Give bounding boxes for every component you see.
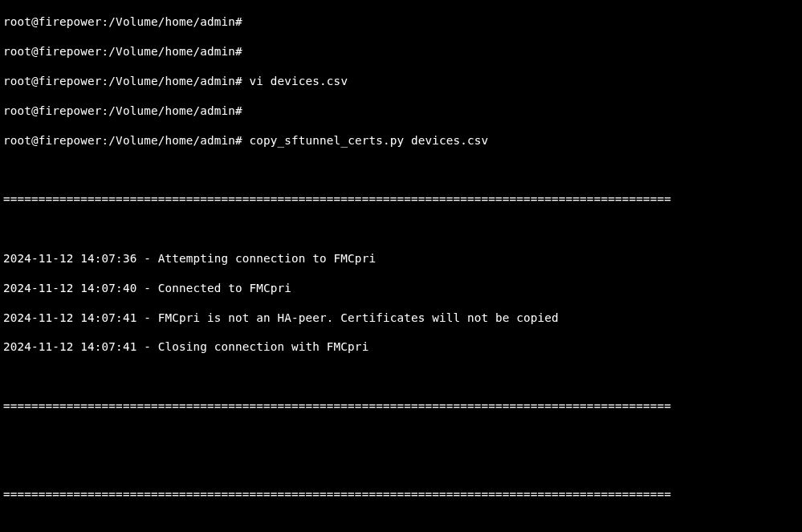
command-text: vi devices.csv [250, 75, 348, 87]
blank-line [3, 162, 799, 177]
prompt-line-vi: root@firepower:/Volume/home/admin# vi de… [3, 74, 799, 88]
shell-prompt: root@firepower:/Volume/home/admin# [3, 45, 242, 58]
shell-prompt: root@firepower:/Volume/home/admin# [3, 134, 242, 147]
blank-line [3, 369, 799, 384]
log-line: 2024-11-12 14:07:40 - Connected to FMCpr… [3, 281, 799, 295]
prompt-line-script: root@firepower:/Volume/home/admin# copy_… [3, 133, 799, 148]
shell-prompt: root@firepower:/Volume/home/admin# [3, 75, 242, 87]
separator-line: ========================================… [3, 192, 799, 206]
separator-line: ========================================… [3, 399, 799, 413]
command-text: copy_sftunnel_certs.py devices.csv [250, 134, 489, 147]
blank-line [3, 428, 799, 443]
blank-line [3, 517, 799, 531]
shell-prompt: root@firepower:/Volume/home/admin# [3, 104, 242, 117]
prompt-line: root@firepower:/Volume/home/admin# [3, 14, 799, 29]
terminal-window[interactable]: root@firepower:/Volume/home/admin# root@… [0, 0, 802, 532]
log-line: 2024-11-12 14:07:41 - Closing connection… [3, 339, 799, 354]
log-line: 2024-11-12 14:07:41 - FMCpri is not an H… [3, 311, 799, 325]
separator-line: ========================================… [3, 487, 799, 502]
prompt-line: root@firepower:/Volume/home/admin# [3, 44, 799, 59]
log-line: 2024-11-12 14:07:36 - Attempting connect… [3, 251, 799, 266]
blank-line [3, 458, 799, 473]
blank-line [3, 221, 799, 236]
shell-prompt: root@firepower:/Volume/home/admin# [3, 15, 242, 28]
prompt-line: root@firepower:/Volume/home/admin# [3, 104, 799, 118]
